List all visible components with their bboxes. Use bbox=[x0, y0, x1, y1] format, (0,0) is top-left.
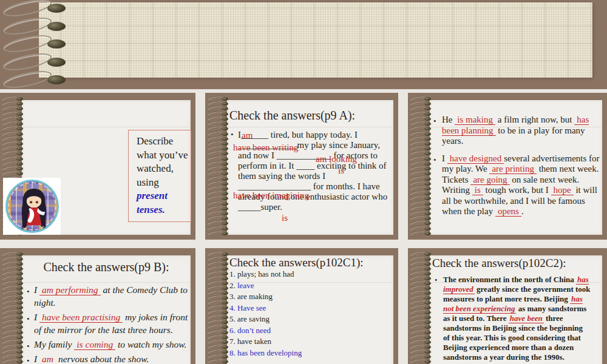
prompt-box: Describe what you’ve watched, using pres… bbox=[128, 130, 191, 222]
text-segment: to watch my show. bbox=[115, 339, 186, 349]
spiral-coil-icon bbox=[2, 37, 69, 52]
exercise-body: •He is making a film right now, but has … bbox=[432, 115, 600, 224]
text-segment: 4. Have see bbox=[229, 303, 266, 312]
answers-list: 1. plays; has not had 2. leave 3. are ma… bbox=[229, 269, 302, 359]
answer-overlay: am looking bbox=[316, 154, 357, 164]
slide-paper: Check the answers(p9 A): • I______ tired… bbox=[227, 100, 393, 235]
text-line: perform in it. It ____ exciting to think… bbox=[238, 161, 387, 171]
text-line: _____super. bbox=[238, 202, 387, 212]
slide-thumbnail-2[interactable]: Check the answers(p9 A): • I______ tired… bbox=[205, 93, 398, 240]
spiral-coil-icon bbox=[2, 73, 69, 87]
slide-thumbnail-3[interactable]: •He is making a film right now, but has … bbox=[408, 93, 607, 240]
character-badge bbox=[3, 178, 61, 235]
text-segment: The environment in the north of China bbox=[443, 275, 576, 284]
text-segment: are printing bbox=[489, 164, 537, 174]
text-segment: is coming bbox=[74, 339, 115, 350]
answer-sentence: •I am performing at the Comedy Club to n… bbox=[25, 283, 188, 309]
text-segment: I bbox=[34, 285, 39, 295]
divider-line bbox=[22, 127, 191, 127]
exercise-body: •I am performing at the Comedy Club to n… bbox=[25, 283, 188, 364]
answer-sentence: •I have designedseveral advertisements f… bbox=[432, 153, 600, 217]
spiral-binding-icon bbox=[1, 252, 25, 364]
answer-overlay: have been imagining bbox=[233, 190, 309, 200]
list-item: 1. plays; has not had bbox=[229, 269, 302, 280]
list-item: 4. Have see bbox=[229, 303, 302, 314]
text-segment: opens bbox=[495, 206, 521, 217]
list-item: 7. have taken bbox=[229, 336, 302, 348]
text-segment: is bbox=[472, 185, 483, 195]
text-segment: have designed bbox=[447, 153, 504, 164]
slide-thumbnail-1[interactable]: Describe what you’ve watched, using pres… bbox=[0, 93, 195, 240]
notebook-banner bbox=[0, 0, 607, 89]
text-segment: 3. are making bbox=[229, 292, 273, 301]
spiral-binding-icon bbox=[206, 96, 231, 236]
text-segment: are going bbox=[470, 175, 509, 185]
text-segment: tough work, but I bbox=[483, 185, 551, 195]
text-segment: hope bbox=[551, 185, 574, 195]
slide-paper: Check the answers(p102C2): •The environm… bbox=[430, 255, 602, 364]
slide-thumbnail-5[interactable]: Check the answers(p102C1): 1. plays; has… bbox=[205, 248, 398, 364]
sentence-text: My family is coming to watch my show. bbox=[34, 339, 186, 350]
spiral-coil-icon bbox=[206, 231, 229, 236]
text-segment: I bbox=[442, 153, 447, 163]
sentence-text: I am nervous about the show. bbox=[34, 354, 149, 364]
slide-paper: Check the answers(p9 B): •I am performin… bbox=[22, 255, 191, 364]
list-item: 6. don’t need bbox=[229, 325, 302, 337]
answer-sentence: •I have been practising my jokes in fron… bbox=[25, 311, 188, 336]
text-segment: 5. are saving bbox=[229, 314, 270, 323]
chibi-girl-badge-icon bbox=[5, 180, 59, 233]
answer-sentence: •My family is coming to watch my show. bbox=[25, 338, 188, 351]
text-segment: have been practising bbox=[39, 312, 123, 323]
slide-paper: •He is making a film right now, but has … bbox=[430, 100, 602, 235]
text-segment: leave bbox=[237, 281, 254, 290]
text-segment: am performing bbox=[39, 285, 101, 295]
text-segment: have been bbox=[509, 314, 544, 323]
spiral-coil-icon bbox=[2, 1, 69, 16]
prompt-text: Describe what you’ve watched, using bbox=[137, 135, 188, 188]
text-segment: He bbox=[442, 115, 455, 124]
bullet-marker: • bbox=[27, 285, 30, 298]
bullet-marker: • bbox=[433, 116, 436, 127]
bullet-marker: • bbox=[435, 275, 438, 285]
text-segment: I bbox=[34, 312, 39, 322]
slide-title: Check the answers(p9 A): bbox=[229, 109, 355, 123]
chibi-character-icon bbox=[16, 186, 52, 233]
prompt-highlight: present tenses. bbox=[137, 190, 168, 215]
answer-overlay: have been writing bbox=[233, 143, 298, 152]
text-segment: My family bbox=[34, 339, 74, 349]
answer-overlay: is bbox=[338, 166, 344, 175]
exercise-body: • I______ tired, but happy today. I ____… bbox=[229, 130, 387, 212]
spiral-binding-icon bbox=[2, 1, 74, 87]
slide-title: Check the answers(p102C2): bbox=[432, 257, 566, 270]
slides-handout-page: Describe what you’ve watched, using pres… bbox=[0, 0, 607, 364]
spiral-coil-icon bbox=[409, 231, 432, 236]
answer-sentence: •He is making a film right now, but has … bbox=[432, 115, 600, 147]
slide-title: Check the answers(p102C1): bbox=[229, 256, 364, 269]
text-segment: nervous about the show. bbox=[56, 354, 149, 364]
list-item: 5. are saving bbox=[229, 314, 302, 325]
spiral-binding-icon bbox=[409, 96, 433, 236]
banner-canvas-paper bbox=[39, 2, 592, 78]
slide-thumbnail-6[interactable]: Check the answers(p102C2): •The environm… bbox=[408, 248, 607, 364]
bullet-marker: • bbox=[433, 155, 436, 166]
text-segment: 1. plays; has not had bbox=[229, 269, 294, 278]
slide-thumbnail-4[interactable]: Check the answers(p9 B): •I am performin… bbox=[0, 248, 195, 364]
slide-paper: Check the answers(p102C1): 1. plays; has… bbox=[227, 255, 393, 364]
sentence-text: He is making a film right now, but has b… bbox=[442, 115, 589, 146]
text-segment: . bbox=[521, 206, 524, 216]
text-segment: 7. have taken bbox=[229, 337, 271, 346]
spiral-binding-icon bbox=[409, 252, 433, 364]
text-segment: 8. has been developing bbox=[229, 348, 302, 357]
list-item: 8. has been developing bbox=[229, 348, 302, 359]
bullet-marker: • bbox=[231, 130, 234, 140]
bullet-marker: • bbox=[27, 340, 30, 352]
sentence-text: I have been practising my jokes in front… bbox=[34, 312, 188, 335]
text-segment: a film right now, but bbox=[495, 115, 574, 124]
text-line: I______ tired, but happy today. I bbox=[238, 130, 387, 140]
sentence-text: I have designedseveral advertisements fo… bbox=[442, 153, 600, 217]
bullet-marker: • bbox=[27, 312, 30, 325]
text-segment: 6. don’t need bbox=[229, 326, 271, 335]
answer-overlay: am bbox=[242, 130, 253, 140]
spiral-coil-icon bbox=[2, 55, 69, 70]
divider-line bbox=[227, 127, 393, 127]
